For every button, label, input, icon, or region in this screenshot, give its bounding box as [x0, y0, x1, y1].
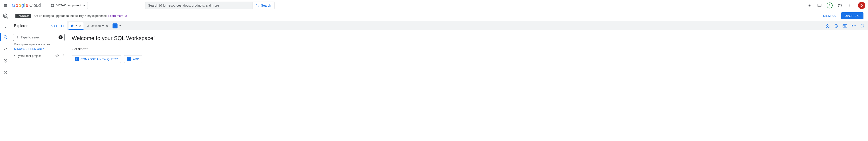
- explorer-title: Explorer: [14, 24, 43, 28]
- avatar-initial: D: [861, 3, 863, 7]
- svg-rect-29: [845, 25, 845, 25]
- cloud-word: Cloud: [30, 3, 41, 8]
- cloud-shell-icon[interactable]: [817, 3, 822, 8]
- svg-point-10: [808, 6, 809, 7]
- svg-point-6: [811, 4, 811, 4]
- search-icon: [15, 36, 19, 39]
- search-help-icon[interactable]: ?: [59, 35, 63, 39]
- help-icon[interactable]: [837, 3, 843, 8]
- global-header: Google Cloud YDTAK test project Search (…: [0, 0, 868, 11]
- workspace-home-icon[interactable]: [825, 24, 830, 28]
- main-panel: Untitled: [67, 21, 868, 141]
- svg-rect-31: [844, 26, 846, 26]
- dropdown-icon: [855, 25, 856, 26]
- star-icon[interactable]: [55, 54, 59, 58]
- svg-point-7: [808, 5, 809, 6]
- notification-count: 1: [829, 4, 830, 7]
- notifications-badge[interactable]: 1: [827, 2, 833, 8]
- tab-home[interactable]: [68, 22, 84, 30]
- welcome-add-button[interactable]: ADD: [124, 55, 142, 63]
- get-started-heading: Get started: [72, 47, 864, 51]
- svg-point-5: [809, 4, 810, 4]
- plus-icon: [127, 57, 131, 61]
- rail-data-transfers-icon[interactable]: [0, 46, 11, 52]
- header-utilities: 1 D: [807, 2, 865, 9]
- svg-point-4: [808, 4, 809, 4]
- search-placeholder: Search (/) for resources, docs, products…: [148, 4, 219, 7]
- upgrade-button[interactable]: UPGRADE: [841, 12, 864, 19]
- nav-menu-button[interactable]: [3, 3, 8, 8]
- project-tree-row[interactable]: ydtak-test-project: [11, 53, 67, 59]
- svg-rect-27: [843, 25, 844, 25]
- project-picker[interactable]: YDTAK test project: [48, 2, 88, 9]
- external-link-icon: [124, 15, 127, 17]
- tab-untitled[interactable]: Untitled: [84, 22, 110, 30]
- new-query-dropdown[interactable]: [118, 22, 122, 30]
- svg-point-9: [811, 5, 811, 6]
- welcome-section: Welcome to your SQL Workspace! Get start…: [67, 30, 868, 68]
- rail-indicator-dot: [5, 27, 6, 28]
- close-icon[interactable]: [105, 24, 108, 27]
- svg-rect-26: [843, 25, 847, 27]
- rail-sql-workspace-icon[interactable]: [0, 34, 11, 41]
- svg-point-22: [63, 55, 64, 56]
- project-name: YDTAK test project: [56, 4, 81, 7]
- shortcut-icon[interactable]: [843, 24, 847, 28]
- left-rail: [0, 21, 11, 141]
- explorer-panel: Explorer ADD Type to search ? Viewing wo…: [11, 21, 67, 141]
- search-container: Search (/) for resources, docs, products…: [145, 2, 275, 9]
- features-icon[interactable]: [851, 24, 856, 28]
- sandbox-banner: SANDBOX Set up billing to upgrade to the…: [0, 11, 868, 21]
- svg-point-21: [63, 54, 64, 55]
- svg-point-16: [849, 5, 850, 6]
- new-query-button[interactable]: [113, 23, 118, 28]
- svg-point-23: [63, 56, 64, 57]
- workspace-body: Explorer ADD Type to search ? Viewing wo…: [0, 21, 868, 141]
- dropdown-icon[interactable]: [75, 25, 77, 26]
- svg-point-17: [849, 6, 850, 7]
- collapse-panel-icon[interactable]: [60, 23, 65, 29]
- home-icon: [70, 24, 74, 27]
- show-starred-link[interactable]: SHOW STARRED ONLY: [11, 46, 67, 53]
- project-icon: [50, 3, 55, 7]
- query-icon: [86, 24, 89, 27]
- more-options-icon[interactable]: [847, 3, 852, 8]
- welcome-title: Welcome to your SQL Workspace!: [72, 35, 864, 41]
- dropdown-icon: [119, 25, 121, 26]
- svg-rect-30: [845, 25, 846, 25]
- svg-point-15: [849, 4, 850, 4]
- learn-more-link[interactable]: Learn more: [108, 14, 127, 18]
- dismiss-button[interactable]: DISMISS: [820, 14, 838, 18]
- fullscreen-icon[interactable]: [860, 24, 864, 28]
- search-button-label: Search: [261, 4, 271, 7]
- dropdown-icon: [83, 5, 85, 6]
- explorer-search-input[interactable]: Type to search ?: [13, 34, 65, 41]
- rail-scheduled-queries-icon[interactable]: [0, 57, 11, 64]
- plus-icon: [75, 57, 79, 61]
- svg-point-8: [809, 5, 810, 6]
- explorer-header: Explorer ADD: [11, 21, 67, 31]
- search-button[interactable]: Search: [252, 2, 275, 9]
- explorer-add-button[interactable]: ADD: [45, 23, 58, 29]
- svg-rect-28: [844, 25, 845, 25]
- search-input[interactable]: Search (/) for resources, docs, products…: [145, 2, 252, 9]
- explorer-search-placeholder: Type to search: [21, 36, 57, 39]
- explorer-subtext: Viewing workspace resources.: [11, 42, 67, 46]
- project-node-label: ydtak-test-project: [18, 54, 53, 57]
- dropdown-icon[interactable]: [102, 25, 104, 26]
- rail-capacity-icon[interactable]: [0, 69, 11, 76]
- svg-point-11: [809, 6, 810, 7]
- row-more-icon[interactable]: [61, 54, 65, 58]
- tabbar-actions: [825, 22, 866, 30]
- svg-point-24: [87, 25, 89, 26]
- search-icon: [256, 4, 259, 7]
- bigquery-logo-icon[interactable]: [2, 13, 9, 19]
- account-avatar[interactable]: D: [858, 2, 865, 9]
- info-icon[interactable]: [834, 24, 838, 28]
- sandbox-chip: SANDBOX: [16, 14, 31, 18]
- compose-query-button[interactable]: COMPOSE A NEW QUERY: [72, 55, 121, 63]
- expand-icon[interactable]: [13, 54, 16, 57]
- google-cloud-logo[interactable]: Google Cloud: [12, 3, 41, 8]
- apps-icon[interactable]: [807, 3, 812, 8]
- close-icon[interactable]: [79, 24, 82, 27]
